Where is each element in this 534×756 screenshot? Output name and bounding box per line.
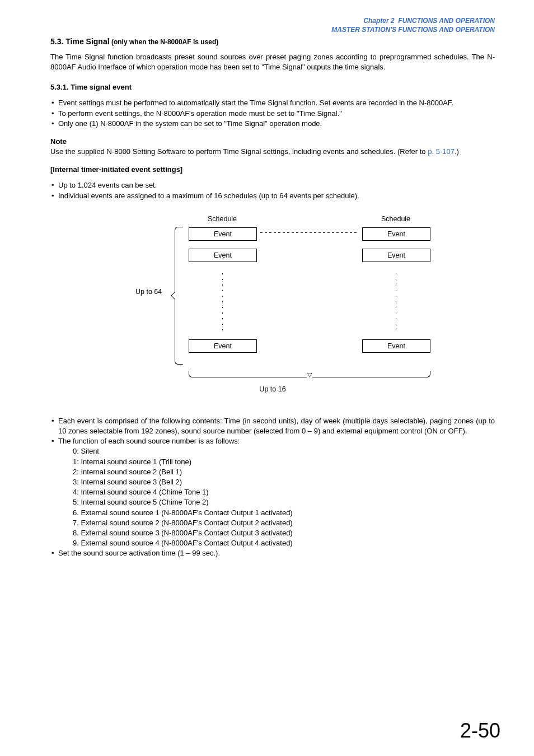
page: Chapter 2 FUNCTIONS AND OPERATION MASTER… — [0, 0, 534, 756]
sound-item: 2: Internal sound source 2 (Bell 1) — [73, 467, 495, 477]
note-part2: .) — [455, 147, 459, 156]
bracket-heading: [Internal timer-initiated event settings… — [50, 165, 495, 175]
event-box: Event — [189, 227, 257, 241]
chapter-header: Chapter 2 FUNCTIONS AND OPERATION MASTER… — [50, 17, 495, 34]
schedule-column-right: Schedule Event Event Event — [362, 214, 429, 361]
list-item: Up to 1,024 events can be set. — [50, 180, 495, 190]
list-item: Each event is comprised of the following… — [50, 416, 495, 436]
page-number: 2-50 — [460, 717, 500, 745]
list-item: Set the sound source activation time (1 … — [50, 548, 495, 558]
sound-item: 3: Internal sound source 3 (Bell 2) — [73, 477, 495, 487]
sound-item: 1: Internal sound source 1 (Trill tone) — [73, 457, 495, 467]
sound-item: 6. External sound source 1 (N-8000AF's C… — [73, 508, 495, 518]
section-intro: The Time Signal function broadcasts pres… — [50, 52, 495, 72]
sound-item: 9. External sound source 4 (N-8000AF's C… — [73, 538, 495, 548]
note-label: Note — [50, 137, 495, 147]
left-brace — [175, 227, 183, 365]
list-item: Only one (1) N-8000AF in the system can … — [50, 119, 495, 129]
vertical-dots — [362, 270, 429, 332]
schedule-label: Schedule — [362, 214, 429, 225]
chapter-prefix: Chapter 2 — [363, 17, 394, 25]
sound-source-list: 0: Silent 1: Internal sound source 1 (Tr… — [73, 446, 495, 548]
sound-item: 0: Silent — [73, 446, 495, 456]
list-item: Event settings must be performed to auto… — [50, 98, 495, 108]
event-box: Event — [362, 249, 430, 262]
note-text: Use the supplied N-8000 Setting Software… — [50, 147, 495, 157]
event-box: Event — [362, 339, 430, 353]
section-qualifier: (only when the N-8000AF is used) — [110, 38, 219, 46]
schedule-column-left: Schedule Event Event Event — [189, 214, 256, 361]
page-ref-link[interactable]: p. 5-107 — [428, 147, 455, 156]
up-to-16-label: Up to 16 — [105, 385, 441, 395]
bullet-list-3: Each event is comprised of the following… — [50, 416, 495, 447]
section-number-title: 5.3. Time Signal — [50, 37, 110, 46]
chapter-subtitle: MASTER STATION'S FUNCTIONS AND OPERATION — [331, 26, 495, 34]
bottom-brace — [189, 371, 430, 377]
list-item: Individual events are assigned to a maxi… — [50, 191, 495, 201]
sound-item: 7. External sound source 2 (N-8000AF's C… — [73, 518, 495, 528]
event-box: Event — [189, 249, 257, 262]
sound-item: 5: Internal sound source 5 (Chime Tone 2… — [73, 497, 495, 507]
chapter-title: FUNCTIONS AND OPERATION — [398, 17, 495, 25]
horizontal-dash-line — [260, 232, 359, 233]
vertical-dots — [189, 270, 256, 332]
sound-item: 4: Internal sound source 4 (Chime Tone 1… — [73, 487, 495, 497]
bullet-list-4: Set the sound source activation time (1 … — [50, 548, 495, 558]
list-item: The function of each sound source number… — [50, 436, 495, 446]
schedule-label: Schedule — [189, 214, 256, 225]
schedule-diagram: Up to 64 Schedule Event Event Event Sche… — [105, 214, 441, 399]
bullet-list-2: Up to 1,024 events can be set. Individua… — [50, 180, 495, 200]
section-heading: 5.3. Time Signal (only when the N-8000AF… — [50, 36, 495, 48]
sound-item: 8. External sound source 3 (N-8000AF's C… — [73, 528, 495, 538]
note-part1: Use the supplied N-8000 Setting Software… — [50, 147, 428, 156]
list-item: To perform event settings, the N-8000AF'… — [50, 109, 495, 119]
event-box: Event — [189, 339, 257, 353]
bullet-list-1: Event settings must be performed to auto… — [50, 98, 495, 129]
subsection-title: 5.3.1. Time signal event — [50, 82, 495, 92]
up-to-64-label: Up to 64 — [135, 287, 162, 297]
event-box: Event — [362, 227, 430, 241]
